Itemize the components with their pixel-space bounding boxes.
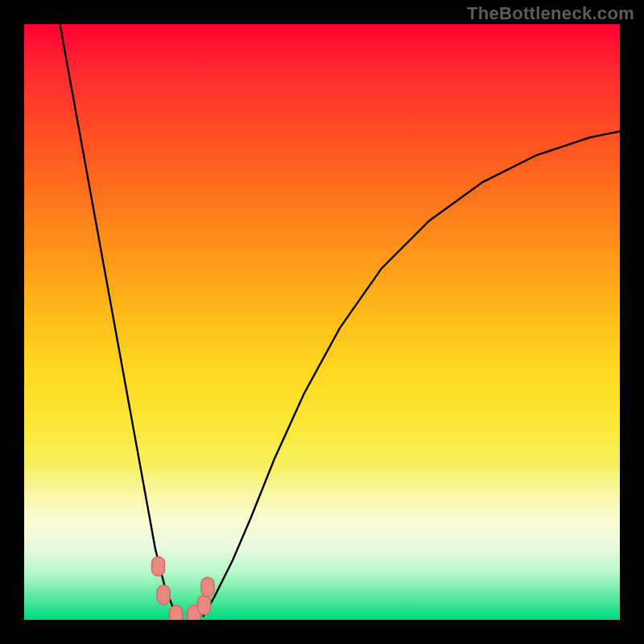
curve-right xyxy=(203,131,620,617)
floor-marker xyxy=(198,596,211,615)
chart-frame: TheBottleneck.com xyxy=(0,0,644,644)
curve-layer xyxy=(24,24,620,620)
floor-marker xyxy=(152,556,165,576)
curve-left xyxy=(60,24,182,617)
floor-markers xyxy=(152,556,214,620)
floor-marker xyxy=(157,585,170,605)
floor-marker xyxy=(170,605,183,620)
floor-marker xyxy=(201,577,214,597)
watermark: TheBottleneck.com xyxy=(467,3,634,24)
